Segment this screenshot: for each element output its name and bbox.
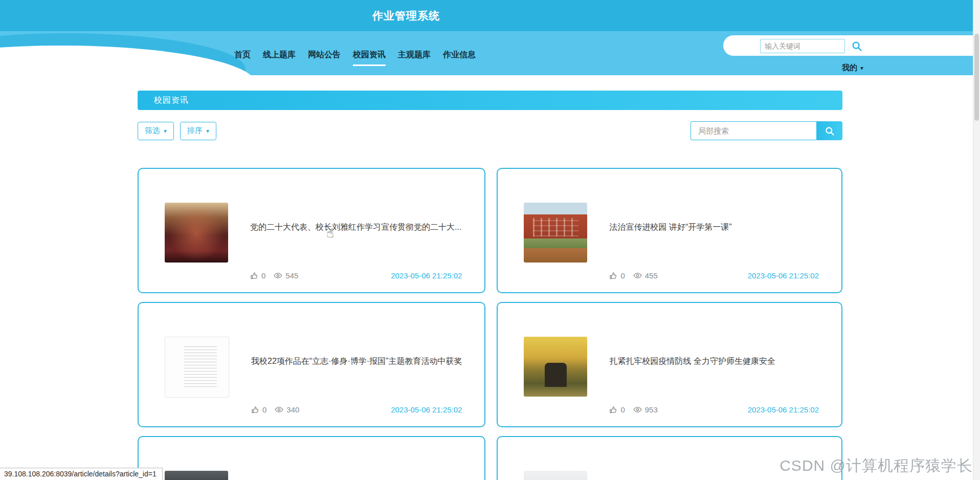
user-menu-label: 我的 bbox=[842, 63, 857, 73]
keyword-search bbox=[760, 38, 864, 54]
news-thumbnail[interactable] bbox=[524, 203, 587, 263]
nav-item-announcements[interactable]: 网站公告 bbox=[308, 50, 341, 66]
nav-item-home[interactable]: 首页 bbox=[234, 50, 251, 66]
search-icon bbox=[825, 126, 835, 136]
news-meta: 0 455 2023-05-06 21:25:02 bbox=[609, 271, 819, 280]
news-card-body: 法治宣传进校园 讲好“开学第一课” 0 455 2023-05 bbox=[609, 203, 819, 280]
section-banner: 校园资讯 bbox=[138, 91, 842, 110]
local-search bbox=[691, 121, 842, 140]
news-card[interactable]: 党的二十大代表、校长刘雅红作学习宣传贯彻党的二十大... 0 545 bbox=[138, 168, 485, 293]
views-count: 545 bbox=[285, 271, 298, 280]
filter-button-label: 筛选 bbox=[145, 126, 160, 136]
news-thumbnail[interactable] bbox=[165, 471, 228, 480]
news-meta: 0 545 2023-05-06 21:25:02 bbox=[250, 271, 462, 280]
likes-count: 0 bbox=[261, 271, 265, 280]
news-date: 2023-05-06 21:25:02 bbox=[748, 405, 819, 414]
news-date: 2023-05-06 21:25:02 bbox=[391, 271, 462, 280]
nav-item-campus-news[interactable]: 校园资讯 bbox=[353, 50, 386, 66]
news-title[interactable]: 扎紧扎牢校园疫情防线 全力守护师生健康安全 bbox=[609, 356, 819, 367]
app-title: 作业管理系统 bbox=[372, 0, 440, 31]
nav-item-online-bank[interactable]: 线上题库 bbox=[263, 50, 296, 66]
news-date: 2023-05-06 21:25:02 bbox=[748, 271, 819, 280]
views-count: 953 bbox=[645, 405, 658, 414]
content-area: 校园资讯 筛选 ▾ 排序 ▾ bbox=[138, 91, 842, 480]
local-search-button[interactable] bbox=[816, 121, 842, 140]
views-eye-icon bbox=[633, 271, 642, 280]
likes-stat: 0 bbox=[250, 271, 265, 280]
local-search-input[interactable] bbox=[691, 121, 816, 140]
news-meta: 0 340 2023-05-06 21:25:02 bbox=[251, 405, 462, 414]
news-card[interactable]: 法治宣传进校园 讲好“开学第一课” 0 455 2023-05 bbox=[497, 168, 842, 293]
views-stat: 545 bbox=[274, 271, 298, 280]
news-card[interactable]: 我校22项作品在“立志·修身·博学·报国”主题教育活动中获奖 0 340 bbox=[138, 302, 485, 427]
views-stat: 340 bbox=[275, 405, 299, 414]
nav-item-homework-info[interactable]: 作业信息 bbox=[443, 50, 476, 66]
news-card-body: 扎紧扎牢校园疫情防线 全力守护师生健康安全 0 953 202 bbox=[609, 337, 819, 414]
thumbs-up-icon bbox=[250, 272, 258, 280]
list-toolbar: 筛选 ▾ 排序 ▾ bbox=[138, 121, 842, 140]
main-nav: 首页 线上题库 网站公告 校园资讯 主观题库 作业信息 bbox=[234, 50, 476, 66]
thumbs-up-icon bbox=[609, 272, 617, 280]
section-title: 校园资讯 bbox=[154, 95, 189, 106]
sort-button-label: 排序 bbox=[187, 126, 203, 136]
likes-count: 0 bbox=[620, 271, 625, 280]
mouse-cursor-icon: ☝ bbox=[326, 226, 334, 241]
nav-item-subjective-bank[interactable]: 主观题库 bbox=[398, 50, 431, 66]
news-card[interactable]: 扎紧扎牢校园疫情防线 全力守护师生健康安全 0 953 202 bbox=[497, 302, 842, 427]
nav-band: 首页 线上题库 网站公告 校园资讯 主观题库 作业信息 我的 ▾ bbox=[0, 31, 980, 75]
user-menu[interactable]: 我的 ▾ bbox=[842, 63, 863, 73]
views-count: 340 bbox=[286, 405, 299, 414]
watermark-text: CSDN @计算机程序猿学长 bbox=[779, 455, 973, 476]
likes-stat: 0 bbox=[609, 271, 625, 280]
news-meta: 0 953 2023-05-06 21:25:02 bbox=[609, 405, 819, 414]
page-scrollbar[interactable] bbox=[973, 0, 980, 480]
link-status-url: 39.108.108.206:8039/article/details?arti… bbox=[0, 468, 163, 480]
keyword-search-input[interactable] bbox=[760, 39, 845, 53]
news-thumbnail[interactable] bbox=[524, 471, 587, 480]
views-eye-icon bbox=[633, 405, 642, 414]
likes-count: 0 bbox=[620, 405, 625, 414]
news-card-body bbox=[250, 471, 462, 480]
news-card-grid: 党的二十大代表、校长刘雅红作学习宣传贯彻党的二十大... 0 545 bbox=[138, 168, 842, 480]
app-header: 作业管理系统 bbox=[0, 0, 980, 31]
thumbs-up-icon bbox=[251, 406, 259, 414]
views-stat: 455 bbox=[633, 271, 658, 280]
sort-button[interactable]: 排序 ▾ bbox=[180, 122, 216, 140]
news-title[interactable]: 党的二十大代表、校长刘雅红作学习宣传贯彻党的二十大... bbox=[250, 222, 462, 233]
likes-stat: 0 bbox=[609, 405, 625, 414]
views-eye-icon bbox=[275, 405, 283, 414]
views-eye-icon bbox=[274, 271, 282, 280]
filter-button[interactable]: 筛选 ▾ bbox=[138, 122, 174, 140]
thumbs-up-icon bbox=[609, 406, 617, 414]
search-icon bbox=[851, 40, 862, 52]
news-title[interactable]: 我校22项作品在“立志·修身·博学·报国”主题教育活动中获奖 bbox=[251, 356, 462, 367]
news-date: 2023-05-06 21:25:02 bbox=[391, 405, 462, 414]
keyword-search-button[interactable] bbox=[849, 38, 864, 54]
news-card-body: 党的二十大代表、校长刘雅红作学习宣传贯彻党的二十大... 0 545 bbox=[250, 203, 462, 280]
news-card-body: 我校22项作品在“立志·修身·博学·报国”主题教育活动中获奖 0 340 bbox=[251, 337, 462, 414]
news-thumbnail[interactable] bbox=[165, 337, 229, 398]
scrollbar-thumb[interactable] bbox=[974, 34, 979, 121]
chevron-down-icon: ▾ bbox=[164, 127, 167, 135]
news-thumbnail[interactable] bbox=[165, 203, 228, 263]
chevron-down-icon: ▾ bbox=[206, 127, 209, 135]
likes-stat: 0 bbox=[251, 405, 266, 414]
likes-count: 0 bbox=[262, 405, 266, 414]
news-card[interactable] bbox=[138, 436, 485, 480]
views-stat: 953 bbox=[633, 405, 658, 414]
news-thumbnail[interactable] bbox=[524, 337, 587, 397]
news-title[interactable]: 法治宣传进校园 讲好“开学第一课” bbox=[609, 222, 819, 233]
chevron-down-icon: ▾ bbox=[860, 64, 863, 72]
views-count: 455 bbox=[645, 271, 658, 280]
